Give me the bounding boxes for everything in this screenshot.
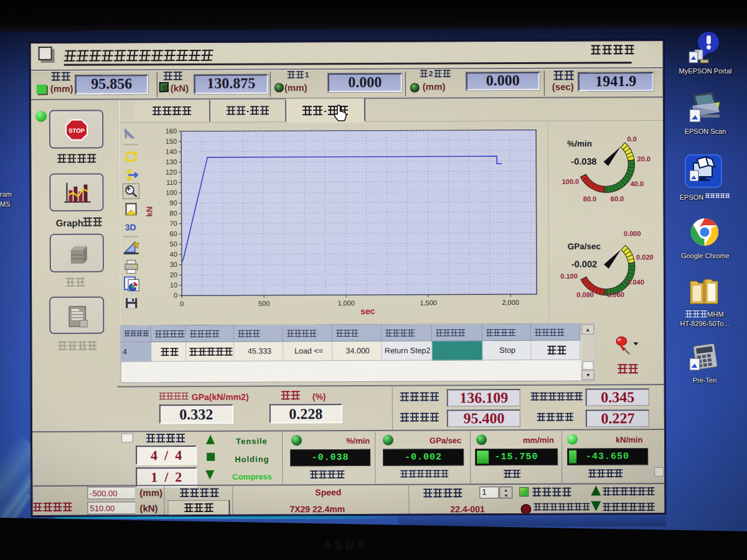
svg-text:GPa/sec: GPa/sec [568,241,601,251]
svg-text:20: 20 [170,271,177,279]
svg-text:1,000: 1,000 [337,299,355,307]
svg-text:0.020: 0.020 [636,253,654,261]
svg-text:0.000: 0.000 [624,230,641,237]
svg-text:70: 70 [169,220,177,227]
svg-text:0.080: 0.080 [576,291,594,298]
svg-text:80: 80 [169,210,177,217]
svg-text:60: 60 [169,230,177,238]
svg-text:-0.038: -0.038 [571,156,596,166]
svg-text:10: 10 [170,281,177,289]
svg-text:60.0: 60.0 [611,195,624,202]
svg-text:50: 50 [170,240,177,248]
svg-text:120: 120 [166,169,177,176]
svg-text:150: 150 [166,138,177,145]
svg-text:0: 0 [174,292,177,299]
svg-text:30: 30 [170,261,177,268]
svg-text:90: 90 [169,199,177,207]
svg-text:500: 500 [258,299,270,307]
svg-text:110: 110 [166,179,177,186]
svg-text:20.0: 20.0 [637,155,651,162]
svg-text:100.0: 100.0 [562,178,580,185]
svg-text:2,000: 2,000 [502,299,519,306]
svg-text:0.0: 0.0 [627,135,636,142]
svg-text:-0.002: -0.002 [571,259,597,269]
svg-text:40.0: 40.0 [631,180,644,187]
svg-text:STOP: STOP [68,127,85,134]
svg-text:kN: kN [145,207,154,217]
svg-text:140: 140 [166,148,177,156]
svg-text:3D: 3D [125,222,136,232]
svg-text:40: 40 [170,251,177,258]
svg-text:0.060: 0.060 [607,291,624,298]
svg-text:1,500: 1,500 [420,299,437,306]
svg-text:0: 0 [180,300,184,307]
svg-text:80.0: 80.0 [583,195,596,202]
svg-text:130: 130 [166,158,177,166]
svg-text:%/min: %/min [567,139,592,148]
svg-text:sec: sec [360,306,375,316]
svg-text:100: 100 [166,189,177,197]
svg-text:0.100: 0.100 [560,273,578,280]
svg-text:160: 160 [166,128,177,135]
svg-text:0.040: 0.040 [627,278,644,286]
